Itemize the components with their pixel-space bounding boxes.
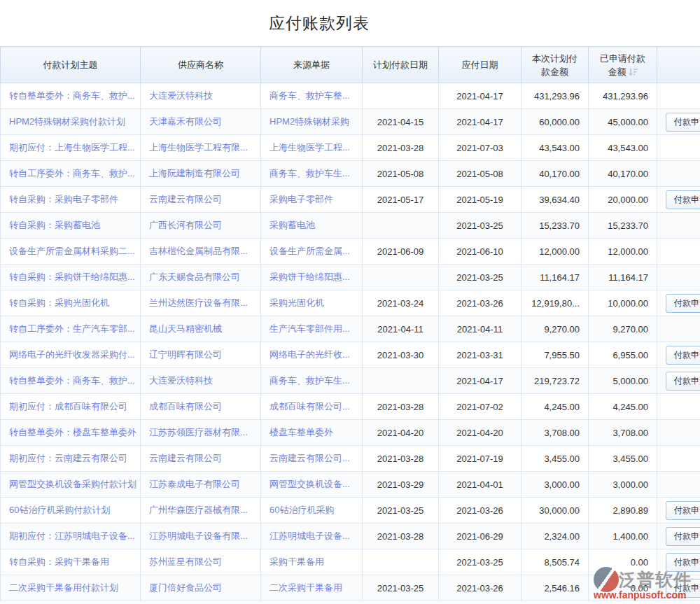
source-document-link[interactable]: 商务车、救护车整... <box>270 90 350 101</box>
supplier-link[interactable]: 上海生物医学工程有限... <box>149 142 248 153</box>
source-document-link-cell: 采购干果备用 <box>261 549 363 575</box>
payment-request-button[interactable]: 付款申请 <box>666 294 700 313</box>
source-document-link-cell: 商务车、救护车整... <box>261 83 363 109</box>
applied-amount: 4,245.00 <box>589 394 657 420</box>
payment-request-button[interactable]: 付款申请 <box>666 190 700 209</box>
payment-plan-link[interactable]: 60钴治疗机采购付款计划 <box>9 505 110 515</box>
col-header-applied-amount[interactable]: 已申请付款金额 <box>589 47 657 83</box>
supplier-link[interactable]: 辽宁明晖有限公司 <box>149 349 222 360</box>
applied-amount: 12,000.00 <box>589 239 657 265</box>
supplier-link[interactable]: 兰州达然医疗设备有限... <box>149 297 248 308</box>
source-document-link[interactable]: 楼盘车整单委外 <box>270 427 333 437</box>
payment-plan-link-cell: 转自工序委外：商务车、救护... <box>1 161 141 187</box>
planned-pay-date: 2021-03-25 <box>363 575 439 601</box>
supplier-link[interactable]: 大连爱沃特科技 <box>149 90 213 101</box>
source-document-link[interactable]: 采购蓄电池 <box>270 220 315 230</box>
planned-pay-date: 2021-03-28 <box>363 446 439 472</box>
action-cell <box>657 239 700 265</box>
payment-request-button[interactable]: 付款申请 <box>666 346 700 365</box>
payment-plan-link[interactable]: 二次采购干果备用付款计划 <box>9 582 118 593</box>
source-document-link[interactable]: 生产汽车零部件用... <box>270 323 350 334</box>
payment-request-button[interactable]: 付款申请 <box>666 579 700 598</box>
source-document-link[interactable]: 云南建云有限公司... <box>270 453 350 463</box>
payment-plan-link[interactable]: 期初应付：上海生物医学工程... <box>9 142 135 153</box>
payment-request-button[interactable]: 付款申请 <box>666 501 700 520</box>
supplier-link[interactable]: 广州华森医疗器械有限... <box>149 505 248 515</box>
supplier-link[interactable]: 云南建云有限公司 <box>149 194 222 204</box>
payment-plan-link[interactable]: 网络电子的光纤收发器采购付... <box>9 349 135 360</box>
supplier-link[interactable]: 天津嘉禾有限公司 <box>149 116 222 127</box>
supplier-link[interactable]: 江苏泰成电子有限公司 <box>149 479 240 489</box>
source-document-link[interactable]: 设备生产所需金属... <box>270 246 350 256</box>
accounts-payable-table: 付款计划主题 供应商名称 来源单据 计划付款日期 应付日期 本次计划付款金额 已… <box>0 46 700 601</box>
action-cell: 付款申请 <box>657 575 700 601</box>
payment-plan-link[interactable]: 转自采购：采购蓄电池 <box>9 220 100 230</box>
supplier-link[interactable]: 苏州蓝星有限公司 <box>149 556 222 567</box>
supplier-link[interactable]: 成都百味有限公司 <box>149 401 222 412</box>
payment-plan-link[interactable]: HPM2特殊钢材采购付款计划 <box>9 116 125 127</box>
payment-plan-link[interactable]: 期初应付：江苏明城电子设备... <box>9 531 135 541</box>
supplier-link[interactable]: 广西长河有限公司 <box>149 220 222 230</box>
source-document-link[interactable]: 采购饼干给绵阳惠... <box>270 272 350 282</box>
payment-plan-link-cell: 设备生产所需金属材料采购二... <box>1 239 141 265</box>
supplier-link[interactable]: 云南建云有限公司 <box>149 453 222 463</box>
planned-amount: 3,708.00 <box>522 420 589 446</box>
due-date: 2021-03-25 <box>439 265 522 290</box>
payment-plan-link[interactable]: 转自采购：采购光固化机 <box>9 297 109 308</box>
source-document-link-cell: 江苏明城电子设备... <box>261 524 363 549</box>
supplier-link[interactable]: 上海阮建制造有限公司 <box>149 168 240 178</box>
supplier-link[interactable]: 广东天赐食品有限公司 <box>149 272 240 282</box>
supplier-link[interactable]: 昆山天马精密机械 <box>149 323 222 334</box>
source-document-link[interactable]: 商务车、救护车生... <box>270 375 350 386</box>
payment-plan-link[interactable]: 转自工序委外：商务车、救护... <box>9 168 135 178</box>
payment-plan-link[interactable]: 转自整单委外：楼盘车整单委外 <box>9 427 136 437</box>
source-document-link[interactable]: 网管型交换机设备... <box>270 479 350 489</box>
payment-plan-link[interactable]: 转自整单委外：商务车、救护... <box>9 375 135 386</box>
sort-desc-icon[interactable] <box>629 68 638 76</box>
planned-amount: 9,270.00 <box>522 316 589 342</box>
source-document-link[interactable]: 采购干果备用 <box>270 556 324 567</box>
supplier-link[interactable]: 江苏明城电子设备有限... <box>149 531 248 541</box>
payment-plan-link[interactable]: 转自整单委外：商务车、救护... <box>9 90 135 101</box>
table-row: 期初应付：成都百味有限公司成都百味有限公司成都百味有限公司...2021-03-… <box>1 394 700 420</box>
source-document-link[interactable]: 江苏明城电子设备... <box>270 531 350 541</box>
source-document-link-cell: 商务车、救护车生... <box>261 368 363 394</box>
source-document-link[interactable]: 二次采购干果备用 <box>270 582 342 593</box>
payment-request-button[interactable]: 付款申请 <box>666 527 700 546</box>
payment-plan-link[interactable]: 转自工序委外：生产汽车零部... <box>9 323 135 334</box>
planned-amount: 3,455.00 <box>522 446 589 472</box>
col-header-actions <box>657 47 700 83</box>
supplier-link[interactable]: 大连爱沃特科技 <box>149 375 213 386</box>
payment-plan-link[interactable]: 设备生产所需金属材料采购二... <box>9 246 135 256</box>
supplier-link[interactable]: 吉林楷伦金属制品有限... <box>149 246 248 256</box>
payment-plan-link[interactable]: 网管型交换机设备采购付款计划 <box>9 479 136 489</box>
source-document-link[interactable]: 上海生物医学工程... <box>270 142 350 153</box>
source-document-link[interactable]: 60钴治疗机采购 <box>270 505 334 515</box>
payment-request-button[interactable]: 付款申请 <box>666 553 700 572</box>
source-document-link[interactable]: 成都百味有限公司... <box>270 401 350 412</box>
source-document-link[interactable]: HPM2特殊钢材采购 <box>270 116 349 127</box>
applied-amount: 0.00 <box>589 575 657 601</box>
applied-amount: 11,164.17 <box>589 265 657 290</box>
col-header-planned-amount: 本次计划付款金额 <box>522 47 589 83</box>
payment-plan-link[interactable]: 转自采购：采购电子零部件 <box>9 194 118 204</box>
payment-plan-link-cell: 转自采购：采购饼干给绵阳惠... <box>1 265 141 290</box>
table-row: 转自采购：采购饼干给绵阳惠...广东天赐食品有限公司采购饼干给绵阳惠...202… <box>1 265 700 290</box>
supplier-link[interactable]: 江苏苏领医疗器材有限... <box>149 427 248 437</box>
payment-plan-link[interactable]: 期初应付：云南建云有限公司 <box>9 453 127 463</box>
payment-request-button[interactable]: 付款申请 <box>666 372 700 391</box>
payment-plan-link[interactable]: 期初应付：成都百味有限公司 <box>9 401 127 412</box>
payment-request-button[interactable]: 付款申请 <box>666 113 700 132</box>
supplier-link[interactable]: 厦门倍好食品公司 <box>149 582 222 593</box>
table-row: 转自采购：采购光固化机兰州达然医疗设备有限...采购光固化机2021-03-24… <box>1 290 700 316</box>
planned-amount: 7,955.50 <box>522 342 589 368</box>
source-document-link[interactable]: 采购电子零部件 <box>270 194 333 204</box>
applied-amount: 20,000.00 <box>589 187 657 213</box>
payment-plan-link[interactable]: 转自采购：采购饼干给绵阳惠... <box>9 272 135 282</box>
source-document-link[interactable]: 网络电子的光纤收... <box>270 349 350 360</box>
payment-plan-link[interactable]: 转自采购：采购干果备用 <box>9 556 109 567</box>
source-document-link[interactable]: 采购光固化机 <box>270 297 324 308</box>
source-document-link[interactable]: 商务车、救护车生... <box>270 168 350 178</box>
planned-amount: 3,000.00 <box>522 472 589 498</box>
col-header-label: 已申请付款金额 <box>600 53 645 77</box>
